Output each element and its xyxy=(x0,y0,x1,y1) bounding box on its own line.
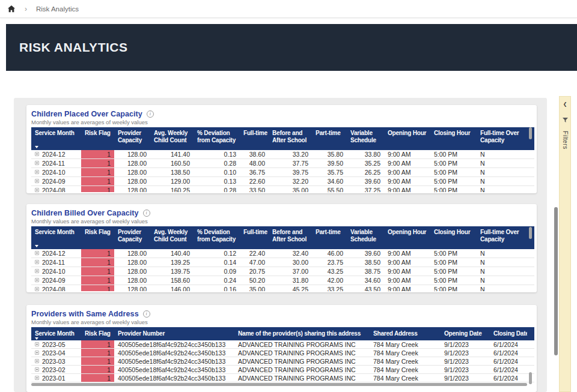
table-row[interactable]: 2023-021400505ede18f6af4c92b24cc3450b133… xyxy=(31,366,534,374)
filters-label: Filters xyxy=(562,131,569,149)
home-icon[interactable] xyxy=(7,5,16,13)
table-row[interactable]: 2024-101128.00139.750.0920.7537.0043.253… xyxy=(31,267,534,276)
expand-icon[interactable] xyxy=(35,359,39,363)
column-header-avg-weekly-child-count[interactable]: Avg. Weekly Child Count xyxy=(150,226,194,249)
table-row[interactable]: 2024-081128.00160.250.2833.5035.0055.503… xyxy=(31,186,534,192)
expand-icon[interactable] xyxy=(35,188,39,192)
info-icon[interactable]: i xyxy=(143,210,150,217)
column-header-closing-hour[interactable]: Closing Hour xyxy=(430,226,477,249)
filters-pane-collapsed[interactable]: ❮ Filters xyxy=(559,96,571,392)
cell: N xyxy=(477,168,527,176)
table-vertical-scrollbar[interactable] xyxy=(529,227,532,239)
table-horizontal-scrollbar[interactable] xyxy=(31,383,527,386)
column-header-risk-flag[interactable]: Risk Flag xyxy=(81,226,114,249)
column-header-before-and-after-school[interactable]: Before and After School xyxy=(269,127,312,150)
column-label: Provider Number xyxy=(118,330,165,337)
column-header-variable-schedule[interactable]: Variable Schedule xyxy=(347,127,384,150)
info-icon[interactable]: i xyxy=(143,310,150,318)
column-label: Opening Hour xyxy=(388,229,426,235)
table-row[interactable]: 2023-031400505ede18f6af4c92b24cc3450b133… xyxy=(31,357,534,366)
table-header-row: Service MonthRisk FlagProvider NumberNam… xyxy=(31,327,534,340)
column-header-shared-address[interactable]: Shared Address xyxy=(370,327,441,340)
table-vertical-scrollbar[interactable] xyxy=(529,127,532,139)
table-row[interactable]: 2024-111128.00139.250.1447.0030.0023.753… xyxy=(31,258,534,267)
cell: 32.20 xyxy=(269,177,312,185)
cell: 9:00 AM xyxy=(384,177,430,185)
column-header-risk-flag[interactable]: Risk Flag xyxy=(81,327,114,340)
column-header-opening-date[interactable]: Opening Date xyxy=(441,327,490,340)
expand-icon[interactable] xyxy=(35,170,39,174)
column-header-provider-capacity[interactable]: Provider Capacity xyxy=(114,127,150,150)
table-row[interactable]: 2024-081128.00146.000.1635.0045.2533.254… xyxy=(31,285,534,291)
column-header-closing-date[interactable]: Closing Date xyxy=(490,327,527,340)
expand-icon[interactable] xyxy=(35,251,39,255)
column-header-full-time-over-capacity[interactable]: Full-time Over Capacity xyxy=(477,226,527,249)
expand-icon[interactable] xyxy=(35,260,39,264)
info-icon[interactable]: i xyxy=(147,110,154,118)
expand-icon[interactable] xyxy=(35,367,39,372)
expand-icon[interactable] xyxy=(35,342,39,346)
cell: 37.00 xyxy=(269,267,312,276)
column-header-name-of-the-provider-s-sharing-this-address[interactable]: Name of the provider(s) sharing this add… xyxy=(234,327,370,340)
column-header-variable-schedule[interactable]: Variable Schedule xyxy=(347,226,384,249)
expand-icon[interactable] xyxy=(35,351,39,355)
column-header-before-and-after-school[interactable]: Before and After School xyxy=(269,226,312,249)
table-row[interactable]: 2023-051400505ede18f6af4c92b24cc3450b133… xyxy=(31,340,534,349)
column-header-deviation-from-capacity[interactable]: % Deviation from Capacity xyxy=(194,226,240,249)
table-row[interactable]: 2024-091128.00158.600.2450.2031.8042.003… xyxy=(31,276,534,285)
column-header-opening-hour[interactable]: Opening Hour xyxy=(384,127,430,150)
breadcrumb-current: Risk Analytics xyxy=(36,5,79,13)
table-row[interactable]: 2023-041400505ede18f6af4c92b24cc3450b133… xyxy=(31,349,534,357)
cell: 1 xyxy=(81,150,114,158)
column-header-part-time[interactable]: Part-time xyxy=(312,226,347,249)
table-row[interactable]: 2024-121128.00140.400.1222.4032.4046.003… xyxy=(31,249,534,258)
table-row[interactable]: 2024-121128.00141.400.1338.6033.2035.803… xyxy=(31,150,534,159)
column-label: Service Month xyxy=(35,130,75,136)
expand-icon[interactable] xyxy=(35,152,39,156)
column-header-closing-hour[interactable]: Closing Hour xyxy=(430,127,477,150)
column-header-opening-hour[interactable]: Opening Hour xyxy=(384,226,430,249)
table-vertical-scrollbar[interactable] xyxy=(529,372,532,384)
page-scrollbar[interactable] xyxy=(554,207,558,355)
expand-icon[interactable] xyxy=(35,278,39,282)
column-header-avg-weekly-child-count[interactable]: Avg. Weekly Child Count xyxy=(150,127,194,150)
table-row[interactable]: 2024-101128.00138.500.1036.7539.7535.752… xyxy=(31,168,534,177)
column-header-deviation-from-capacity[interactable]: % Deviation from Capacity xyxy=(194,127,240,150)
column-label: Part-time xyxy=(316,130,341,136)
column-header-full-time[interactable]: Full-time xyxy=(240,226,269,249)
cell: 31.80 xyxy=(269,276,312,285)
filter-funnel-icon[interactable] xyxy=(563,115,568,125)
visual-title: Providers with Same Address xyxy=(31,310,139,318)
cell: 400505ede18f6af4c92b24cc3450b133 xyxy=(114,374,234,382)
card-providers-with-same-address: Providers with Same Address i Monthly va… xyxy=(26,305,537,392)
cell: 2023-01 xyxy=(31,374,81,382)
cell: 0.14 xyxy=(194,258,240,267)
expand-icon[interactable] xyxy=(35,269,39,273)
expand-icon[interactable] xyxy=(35,376,39,380)
expand-filters-icon[interactable]: ❮ xyxy=(563,102,567,107)
cell: ADVANCED TRAINING PROGRAMS INC xyxy=(234,340,370,348)
cell: 22.40 xyxy=(240,249,269,258)
expand-icon[interactable] xyxy=(35,287,39,291)
table-row[interactable]: 2024-111128.00160.500.2848.0037.7539.503… xyxy=(31,159,534,168)
expand-icon[interactable] xyxy=(35,161,39,165)
cell: 2024-11 xyxy=(31,258,81,267)
column-header-part-time[interactable]: Part-time xyxy=(312,127,347,150)
column-header-full-time-over-capacity[interactable]: Full-time Over Capacity xyxy=(477,127,527,150)
column-header-risk-flag[interactable]: Risk Flag xyxy=(81,127,114,150)
table-body: 2024-121128.00140.400.1222.4032.4046.003… xyxy=(31,249,534,291)
column-header-service-month[interactable]: Service Month xyxy=(31,226,81,249)
cell: 128.00 xyxy=(114,249,150,258)
cell: 9/1/2023 xyxy=(441,374,490,382)
column-header-service-month[interactable]: Service Month xyxy=(31,127,81,150)
column-header-service-month[interactable]: Service Month xyxy=(31,327,81,340)
cell: 37.25 xyxy=(347,186,384,192)
table-row[interactable]: 2024-091128.00129.000.1322.6032.2034.603… xyxy=(31,177,534,186)
table-row[interactable]: 2023-011400505ede18f6af4c92b24cc3450b133… xyxy=(31,374,534,382)
expand-icon[interactable] xyxy=(35,179,39,183)
column-header-full-time[interactable]: Full-time xyxy=(240,127,269,150)
column-header-provider-capacity[interactable]: Provider Capacity xyxy=(114,226,150,249)
cell: 43.50 xyxy=(347,285,384,291)
cell: 6/1/2024 xyxy=(490,340,527,348)
column-header-provider-number[interactable]: Provider Number xyxy=(114,327,234,340)
